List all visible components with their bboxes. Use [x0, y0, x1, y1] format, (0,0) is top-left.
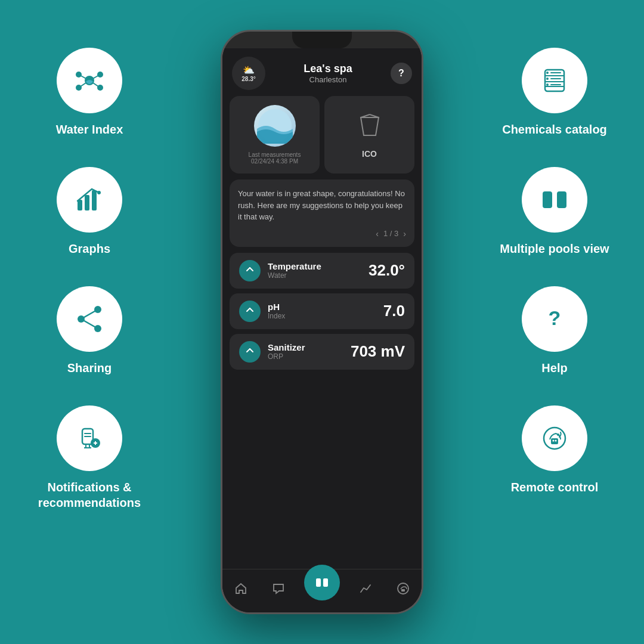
nav-graph[interactable]: [354, 577, 377, 600]
notifications-circle: [57, 405, 122, 471]
bottom-nav: [222, 569, 422, 612]
help-label: Help: [541, 360, 567, 376]
nav-remote[interactable]: [391, 577, 415, 600]
help-circle: ?: [522, 286, 587, 352]
svg-point-42: [553, 440, 555, 442]
svg-line-16: [81, 309, 98, 319]
svg-line-52: [250, 349, 253, 352]
weather-icon: ⛅: [243, 64, 255, 76]
svg-rect-55: [323, 578, 328, 587]
svg-line-51: [247, 308, 250, 311]
left-features: Water Index Graphs Sharing: [24, 48, 155, 510]
svg-rect-10: [85, 195, 89, 210]
nav-home[interactable]: [229, 577, 253, 600]
pools-circle: [522, 167, 587, 233]
feature-water-index[interactable]: Water Index: [56, 48, 123, 137]
next-arrow[interactable]: ›: [403, 229, 406, 239]
chemicals-label: Chemicals catalog: [502, 122, 607, 137]
phone-screen: ⛅ 28.3° Lea's spa Charleston ?: [222, 48, 422, 612]
svg-rect-54: [316, 578, 321, 587]
feature-sharing[interactable]: Sharing: [57, 286, 122, 376]
svg-text:?: ?: [549, 306, 561, 329]
ph-info: pH Index: [268, 302, 376, 320]
svg-point-33: [546, 83, 549, 86]
feature-remote[interactable]: Remote control: [511, 405, 599, 495]
weather-badge: ⛅ 28.3°: [232, 57, 265, 90]
last-measurement-label: Last measurements 02/24/24 4:38 PM: [249, 151, 301, 165]
header-title: Lea's spa Charleston: [304, 63, 352, 84]
sanitizer-icon: [239, 341, 261, 363]
sanitizer-row[interactable]: Sanitizer ORP 703 mV: [230, 334, 414, 370]
feature-pools[interactable]: Multiple pools view: [500, 167, 609, 256]
sanitizer-sub: ORP: [268, 352, 343, 361]
nav-chat[interactable]: [267, 577, 290, 600]
svg-line-53: [247, 349, 250, 352]
ph-name: pH: [268, 302, 376, 312]
svg-rect-57: [401, 589, 405, 592]
pool-card-ico[interactable]: ICO: [324, 96, 414, 174]
temperature-sub: Water: [268, 271, 361, 280]
graphs-circle: [57, 167, 122, 233]
notifications-label: Notifications & recommendations: [24, 479, 155, 510]
svg-point-44: [557, 434, 559, 436]
temperature-info: Temperature Water: [268, 261, 361, 280]
sharing-label: Sharing: [67, 360, 112, 376]
ph-sub: Index: [268, 312, 376, 320]
svg-point-43: [555, 440, 557, 442]
svg-rect-11: [92, 190, 97, 210]
temperature-row[interactable]: Temperature Water 32.0°: [230, 253, 414, 289]
nav-center-pools[interactable]: [304, 565, 340, 600]
phone: ⛅ 28.3° Lea's spa Charleston ?: [221, 30, 423, 614]
sharing-circle: [57, 286, 122, 352]
help-button[interactable]: ?: [391, 63, 412, 84]
pool-wave-icon: [254, 105, 296, 147]
svg-point-12: [97, 191, 101, 194]
remote-circle: [522, 405, 587, 471]
ico-label: ICO: [362, 149, 377, 159]
svg-point-31: [546, 72, 549, 74]
spa-location: Charleston: [304, 75, 352, 84]
phone-notch: [292, 32, 352, 48]
temperature-value: 32.0°: [369, 261, 405, 280]
page-count: 1 / 3: [383, 229, 398, 238]
svg-line-48: [250, 268, 253, 271]
pool-cards: Last measurements 02/24/24 4:38 PM ICO: [222, 96, 422, 179]
svg-rect-41: [551, 438, 558, 444]
ph-value: 7.0: [383, 302, 405, 320]
sanitizer-value: 703 mV: [351, 342, 405, 361]
pool-card-main[interactable]: Last measurements 02/24/24 4:38 PM: [230, 96, 320, 174]
right-features: Chemicals catalog Multiple pools view ? …: [489, 48, 620, 495]
svg-line-49: [247, 268, 250, 271]
feature-notifications[interactable]: Notifications & recommendations: [24, 405, 155, 510]
app-header: ⛅ 28.3° Lea's spa Charleston ?: [222, 48, 422, 96]
suggestion-nav: ‹ 1 / 3 ›: [238, 229, 406, 239]
suggestion-text: Your water is in great shape, congratula…: [238, 188, 406, 223]
measurements: Temperature Water 32.0° pH Index: [222, 253, 422, 370]
weather-temp: 28.3°: [242, 76, 255, 82]
svg-rect-9: [78, 200, 82, 210]
water-index-circle: [57, 48, 122, 113]
feature-chemicals[interactable]: Chemicals catalog: [502, 48, 607, 137]
phone-wrapper: ⛅ 28.3° Lea's spa Charleston ?: [221, 30, 423, 614]
temperature-icon: [239, 260, 261, 281]
svg-line-17: [81, 319, 98, 329]
ico-icon: [355, 112, 385, 147]
svg-rect-37: [543, 191, 552, 208]
temperature-name: Temperature: [268, 261, 361, 271]
spa-name: Lea's spa: [304, 63, 352, 75]
prev-arrow[interactable]: ‹: [376, 229, 379, 239]
remote-label: Remote control: [511, 479, 599, 495]
sanitizer-info: Sanitizer ORP: [268, 342, 343, 361]
sanitizer-name: Sanitizer: [268, 342, 343, 352]
ph-icon: [239, 301, 261, 322]
svg-line-50: [250, 308, 253, 311]
suggestion-card: Your water is in great shape, congratula…: [230, 179, 414, 247]
water-index-label: Water Index: [56, 122, 123, 137]
pools-label: Multiple pools view: [500, 241, 609, 256]
feature-graphs[interactable]: Graphs: [57, 167, 122, 256]
feature-help[interactable]: ? Help: [522, 286, 587, 376]
svg-point-32: [546, 78, 549, 80]
chemicals-circle: [522, 48, 587, 113]
ph-row[interactable]: pH Index 7.0: [230, 293, 414, 329]
graphs-label: Graphs: [69, 241, 110, 256]
